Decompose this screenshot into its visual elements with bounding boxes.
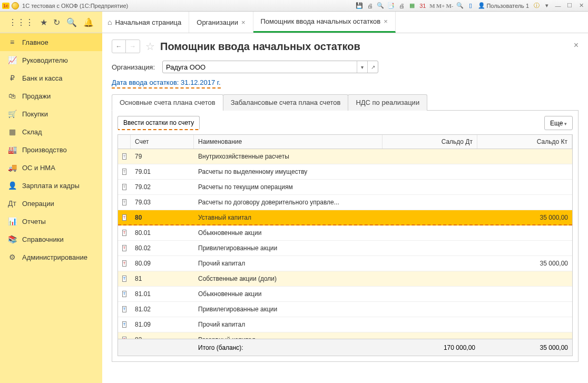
sidebar-item-администрирование[interactable]: ⚙Администрирование	[0, 248, 102, 266]
subtab-2[interactable]: НДС по реализации	[348, 94, 427, 111]
sidebar-icon: Дт	[7, 199, 17, 208]
close-button[interactable]: ✕	[576, 2, 586, 9]
tab-close-icon[interactable]: ×	[241, 18, 246, 26]
account-type-icon: Т	[122, 260, 126, 267]
nav-buttons: ← →	[112, 40, 140, 53]
org-open-button[interactable]: ↗	[367, 61, 378, 73]
sidebar-item-продажи[interactable]: 🛍Продажи	[0, 87, 102, 105]
subtab-1[interactable]: Забалансовые счета плана счетов	[223, 94, 349, 111]
cell-account: 79.02	[131, 183, 194, 191]
table-row[interactable]: Т79.02Расчеты по текущим операциям	[118, 180, 572, 195]
tab-помощник-ввода-начальных-остатков[interactable]: Помощник ввода начальных остатков×	[253, 12, 396, 33]
more-button[interactable]: Еще	[544, 116, 573, 130]
favorite-icon[interactable]: ☆	[145, 40, 155, 53]
table-row[interactable]: Т80.01Обыкновенные акции	[118, 225, 572, 241]
cell-name: Расчеты по договору доверительного управ…	[194, 199, 385, 206]
table-row[interactable]: Т82Резервный капитал	[118, 332, 572, 339]
cell-name: Привилегированные акции	[194, 244, 385, 252]
print-icon[interactable]: 🖨	[366, 2, 374, 10]
account-type-icon: Т	[122, 291, 126, 297]
account-type-icon: Т	[122, 214, 126, 221]
apps-icon[interactable]: ⋮⋮⋮	[8, 17, 34, 27]
enter-balances-button[interactable]: Ввести остатки по счету	[117, 116, 200, 130]
bell-icon[interactable]: 🔔	[83, 17, 94, 27]
cell-name: Собственные акции (доли)	[194, 275, 385, 282]
tab-начальная-страница[interactable]: ⌂Начальная страница	[102, 12, 189, 33]
grid-header: Счет Наименование Сальдо Дт Сальдо Кт	[118, 135, 572, 149]
tab-close-icon[interactable]: ×	[384, 17, 388, 25]
dropdown-icon[interactable]	[12, 2, 19, 9]
cell-account: 79	[131, 153, 194, 160]
sidebar-item-покупки[interactable]: 🛒Покупки	[0, 105, 102, 123]
tab-label: Помощник ввода начальных остатков	[261, 17, 381, 25]
cell-name: Прочий капитал	[194, 260, 385, 267]
calc-icon[interactable]: ▦	[408, 2, 416, 10]
sidebar-label: Покупки	[22, 110, 48, 118]
date-link[interactable]: Дата ввода остатков: 31.12.2017 г.	[112, 78, 221, 89]
table-row[interactable]: Т79.01Расчеты по выделенному имуществу	[118, 164, 572, 180]
info-icon[interactable]: ⓘ	[532, 2, 541, 10]
cell-name: Резервный капитал	[194, 336, 385, 339]
cell-saldo-kt: 35 000,00	[479, 260, 572, 267]
subtab-0[interactable]: Основные счета плана счетов	[112, 94, 223, 111]
user-menu[interactable]: 👤 Пользователь 1	[477, 2, 530, 9]
sidebar-label: Продажи	[22, 92, 51, 100]
zoom-icon[interactable]: 🔍	[456, 2, 464, 10]
table-row[interactable]: Т80Уставный капитал35 000,00	[118, 210, 572, 225]
star-icon[interactable]: ★	[40, 17, 47, 27]
sidebar-item-операции[interactable]: ДтОперации	[0, 194, 102, 212]
org-input[interactable]	[163, 61, 357, 73]
print2-icon[interactable]: 🖨	[397, 2, 406, 10]
forward-button[interactable]: →	[126, 40, 140, 53]
sidebar-item-банк-и-касса[interactable]: ₽Банк и касса	[0, 69, 102, 87]
cell-account: 80.01	[131, 229, 194, 237]
cell-account: 79.03	[131, 199, 194, 206]
table-row[interactable]: Т80.09Прочий капитал35 000,00	[118, 256, 572, 271]
table-row[interactable]: Т81Собственные акции (доли)	[118, 271, 572, 287]
compare-icon[interactable]: 📑	[387, 2, 395, 10]
table-row[interactable]: Т81.09Прочий капитал	[118, 317, 572, 332]
cell-name: Привилегированные акции	[194, 306, 385, 313]
col-account[interactable]: Счет	[131, 135, 194, 149]
save-icon[interactable]: 💾	[355, 2, 364, 10]
sidebar-label: Справочники	[22, 235, 64, 243]
subtabs: Основные счета плана счетовЗабалансовые …	[112, 94, 579, 111]
content-head: ← → ☆ Помощник ввода начальных остатков	[112, 40, 579, 53]
history-icon[interactable]: ↻	[53, 17, 60, 27]
memory-icons[interactable]: MM+M-	[429, 3, 454, 9]
preview-icon[interactable]: 🔍	[376, 2, 385, 10]
table-row[interactable]: Т80.02Привилегированные акции	[118, 241, 572, 256]
table-row[interactable]: Т81.02Привилегированные акции	[118, 302, 572, 317]
col-icon	[118, 135, 131, 149]
titlebar: 1c 1С тестовая с ОКОФ (1С:Предприятие) 💾…	[0, 0, 588, 12]
sidebar-item-справочники[interactable]: 📚Справочники	[0, 230, 102, 248]
sidebar-item-ос-и-нма[interactable]: 🚚ОС и НМА	[0, 159, 102, 176]
sidebar-item-отчеты[interactable]: 📊Отчеты	[0, 212, 102, 230]
sidebar-item-производство[interactable]: 🏭Производство	[0, 141, 102, 159]
col-saldo-kt[interactable]: Сальдо Кт	[477, 135, 572, 149]
org-label: Организация:	[112, 63, 158, 71]
panel-icon[interactable]: ▯	[466, 2, 475, 10]
sidebar-item-руководителю[interactable]: 📈Руководителю	[0, 51, 102, 69]
sidebar-item-главное[interactable]: ≡Главное	[0, 33, 102, 51]
back-button[interactable]: ←	[112, 40, 126, 53]
table-row[interactable]: Т81.01Обыкновенные акции	[118, 287, 572, 302]
table-row[interactable]: Т79.03Расчеты по договору доверительного…	[118, 195, 572, 210]
sidebar-icon: 👤	[7, 181, 17, 190]
grid-footer: Итого (баланс): 170 000,00 35 000,00	[118, 339, 572, 356]
col-saldo-dt[interactable]: Сальдо Дт	[383, 135, 477, 149]
sidebar-item-зарплата-и-кадры[interactable]: 👤Зарплата и кадры	[0, 176, 102, 194]
close-page-button[interactable]: ×	[574, 41, 579, 50]
grid-body[interactable]: Т79Внутрихозяйственные расчетыТ79.01Расч…	[118, 149, 572, 339]
col-name[interactable]: Наименование	[194, 135, 383, 149]
account-type-icon: Т	[122, 153, 126, 160]
table-row[interactable]: Т79Внутрихозяйственные расчеты	[118, 149, 572, 164]
dropdown2-icon[interactable]: ▾	[543, 2, 551, 10]
sidebar-item-склад[interactable]: ▦Склад	[0, 123, 102, 141]
minimize-button[interactable]: —	[553, 3, 563, 9]
tab-организации[interactable]: Организации×	[189, 12, 253, 33]
maximize-button[interactable]: ☐	[565, 2, 574, 9]
org-dropdown-button[interactable]: ▾	[357, 61, 367, 73]
search-icon[interactable]: 🔍	[66, 17, 77, 27]
calendar-icon[interactable]: 31	[418, 2, 427, 10]
